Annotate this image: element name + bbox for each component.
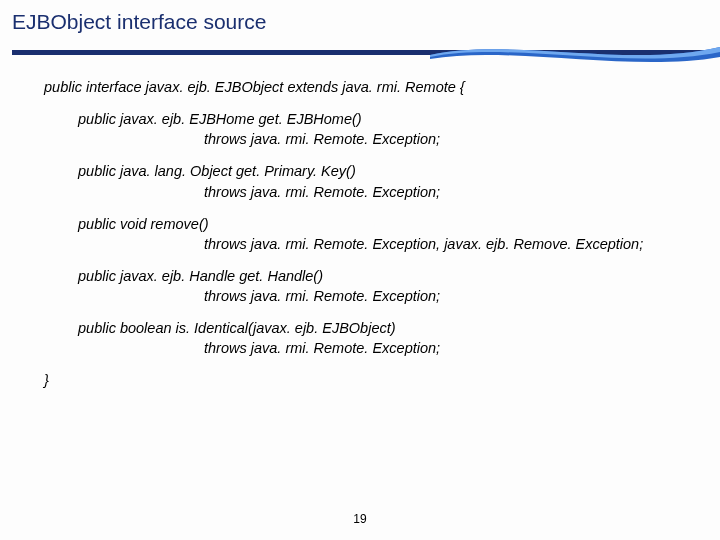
- code-line: throws java. rmi. Remote. Exception;: [44, 339, 700, 357]
- code-line: public java. lang. Object get. Primary. …: [44, 162, 700, 180]
- code-line: public javax. ejb. Handle get. Handle(): [44, 267, 700, 285]
- page-number: 19: [0, 512, 720, 526]
- code-line: public void remove(): [44, 215, 700, 233]
- code-line: }: [44, 371, 700, 389]
- code-line: throws java. rmi. Remote. Exception;: [44, 183, 700, 201]
- code-line: public javax. ejb. EJBHome get. EJBHome(…: [44, 110, 700, 128]
- code-line: public boolean is. Identical(javax. ejb.…: [44, 319, 700, 337]
- code-line: throws java. rmi. Remote. Exception;: [44, 130, 700, 148]
- code-line: throws java. rmi. Remote. Exception, jav…: [44, 235, 700, 253]
- underline-swoosh: [430, 43, 720, 65]
- code-line: public interface javax. ejb. EJBObject e…: [44, 78, 700, 96]
- code-body: public interface javax. ejb. EJBObject e…: [44, 78, 700, 392]
- slide-title: EJBObject interface source: [12, 10, 266, 34]
- title-underline: [0, 46, 720, 60]
- slide: EJBObject interface source public interf…: [0, 0, 720, 540]
- code-line: throws java. rmi. Remote. Exception;: [44, 287, 700, 305]
